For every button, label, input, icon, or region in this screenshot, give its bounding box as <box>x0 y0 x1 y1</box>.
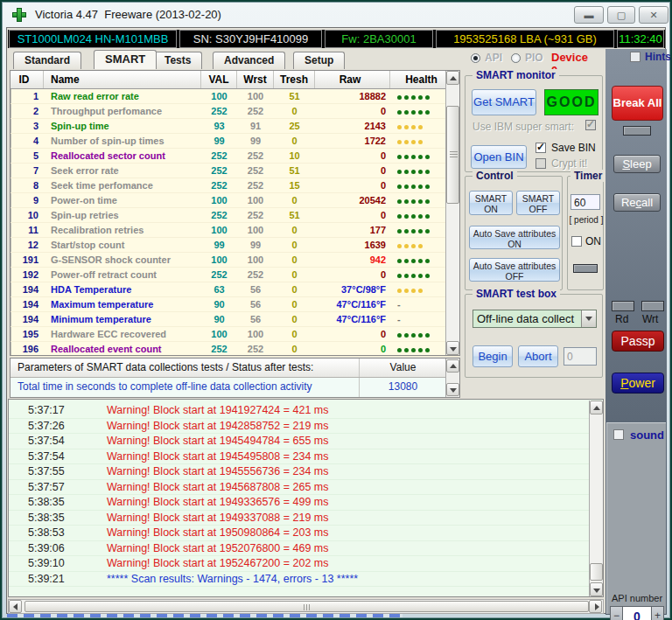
sound-checkbox[interactable] <box>613 429 624 440</box>
table-row[interactable]: 196Reallocated event count25225200 <box>10 342 459 357</box>
crypt-it-checkbox[interactable] <box>536 158 546 169</box>
open-bin-button[interactable]: Open BIN <box>471 145 527 169</box>
params-scrollbar[interactable] <box>445 359 459 397</box>
smart-off-button[interactable]: SMART OFF <box>516 191 560 215</box>
break-all-button[interactable]: Break All <box>612 86 663 121</box>
pio-radio[interactable] <box>511 53 521 63</box>
params-value: 13080 <box>359 378 446 397</box>
cell-wrst: 56 <box>237 282 274 296</box>
cell-raw: 20542 <box>315 193 390 207</box>
api-radio-label: API <box>485 52 502 64</box>
table-row[interactable]: 11Recalibration retries1001000177 <box>10 223 459 238</box>
health-dot-icon <box>418 140 423 144</box>
log-scroll-up-icon[interactable] <box>590 401 603 414</box>
scroll-right-icon[interactable] <box>589 600 602 613</box>
table-row[interactable]: 2Throughput perfomance25225200 <box>10 104 459 119</box>
table-row[interactable]: 194HDA Temperature6356037°C/98°F <box>10 282 459 297</box>
tab-setup[interactable]: Setup <box>293 52 345 69</box>
maximize-button[interactable]: ▢ <box>607 6 635 24</box>
cell-tresh: 15 <box>274 178 315 192</box>
close-button[interactable]: ✕ <box>639 6 668 24</box>
health-dot-icon <box>411 95 416 100</box>
tab-smart[interactable]: SMART <box>94 50 157 69</box>
table-row[interactable]: 194Maximum temperature9056047°C/116°F- <box>10 297 459 312</box>
table-row[interactable]: 5Reallocated sector count252252100 <box>10 149 459 164</box>
window-title: Victoria 4.47 Freeware (2013-02-20) <box>35 8 221 21</box>
params-row[interactable]: Total time in seconds to complete off-li… <box>10 378 459 397</box>
cell-raw: 0 <box>315 104 390 118</box>
log-time: 5:37:17 <box>28 403 80 419</box>
table-row[interactable]: 1Raw read error rate1001005118882 <box>10 89 459 104</box>
timer-on-checkbox[interactable] <box>571 236 582 247</box>
smart-monitor-title: SMART monitor <box>472 69 559 81</box>
begin-button[interactable]: Begin <box>472 345 513 367</box>
save-bin-checkbox[interactable] <box>536 143 546 153</box>
timer-period-input[interactable] <box>570 194 600 210</box>
scroll-down-icon[interactable] <box>446 341 459 355</box>
api-number-increment-button[interactable]: + <box>651 606 664 620</box>
cell-health <box>390 342 446 356</box>
table-row[interactable]: 9Power-on time100100020542 <box>10 193 459 208</box>
smart-on-button[interactable]: SMART ON <box>469 191 513 215</box>
table-row[interactable]: 192Power-off retract count25225200 <box>10 268 459 282</box>
table-row[interactable]: 12Start/stop count999901639 <box>10 238 459 253</box>
health-dash: - <box>397 299 401 310</box>
minimize-button[interactable]: ▬ <box>574 6 604 24</box>
recall-button[interactable]: Recall <box>613 193 661 212</box>
cell-name: Reallocated event count <box>44 342 201 356</box>
use-ibm-checkbox[interactable] <box>585 120 596 130</box>
test-counter-field[interactable] <box>564 347 597 366</box>
cell-wrst: 100 <box>237 223 274 237</box>
power-button[interactable]: Power <box>612 373 664 394</box>
table-row[interactable]: 195Hardware ECC recovered10010000 <box>10 327 459 342</box>
health-dot-icon <box>397 274 402 278</box>
cell-id: 1 <box>10 89 44 103</box>
sleep-button[interactable]: Sleep <box>613 155 661 173</box>
event-log[interactable]: 5:37:17Warning! Block start at 194192742… <box>8 399 604 597</box>
horizontal-scrollbar-thumb[interactable] <box>24 601 589 612</box>
table-row[interactable]: 7Seek error rate252252510 <box>10 164 459 178</box>
hints-checkbox[interactable] <box>630 52 640 62</box>
cell-wrst: 56 <box>237 297 274 311</box>
horizontal-scrollbar[interactable] <box>8 599 604 614</box>
table-row[interactable]: 3Spin-up time9391252143 <box>10 119 459 134</box>
health-dot-icon <box>411 170 416 174</box>
log-time: 5:37:54 <box>28 449 80 465</box>
get-smart-button[interactable]: Get SMART <box>472 89 536 115</box>
table-row[interactable]: 191G-SENSOR shock counter1001000942 <box>10 253 459 268</box>
tab-standard[interactable]: Standard <box>13 52 81 69</box>
hints-label: Hints <box>645 51 671 63</box>
scroll-left-icon[interactable] <box>9 600 22 613</box>
title-bar[interactable]: Victoria 4.47 Freeware (2013-02-20) ▬ ▢ … <box>2 2 670 27</box>
scroll-up-icon[interactable] <box>446 71 459 85</box>
health-dot-icon <box>425 185 430 189</box>
table-row[interactable]: 8Seek time perfomance252252150 <box>10 178 459 193</box>
api-number-decrement-button[interactable]: − <box>610 606 623 620</box>
abort-button[interactable]: Abort <box>518 345 558 367</box>
tab-advanced[interactable]: Advanced <box>213 52 285 69</box>
log-scroll-down-icon[interactable] <box>590 582 603 596</box>
log-scrollbar-thumb[interactable] <box>590 563 603 581</box>
autosave-off-button[interactable]: Auto Save attributes OFF <box>469 258 560 282</box>
params-scroll-down-icon[interactable] <box>446 383 459 396</box>
passp-button[interactable]: Passp <box>612 331 664 352</box>
table-row[interactable]: 194Minimum temperature9056047°C/116°F- <box>10 312 459 327</box>
health-dot-icon <box>411 348 416 352</box>
api-radio[interactable] <box>471 53 480 63</box>
cell-name: Spin-up time <box>44 119 201 133</box>
log-line: 5:37:54Warning! Block start at 194549478… <box>9 434 603 449</box>
chevron-down-icon[interactable] <box>581 310 596 327</box>
log-scrollbar[interactable] <box>589 401 603 596</box>
table-scrollbar[interactable] <box>445 71 459 355</box>
cell-id: 8 <box>10 178 44 192</box>
health-dot-icon <box>411 155 416 159</box>
params-scroll-up-icon[interactable] <box>446 359 459 373</box>
scrollbar-thumb[interactable] <box>446 106 459 204</box>
cell-tresh: 0 <box>274 342 315 356</box>
test-select[interactable]: Off-line data collect <box>472 310 597 328</box>
table-row[interactable]: 4Number of spin-up times999901722 <box>10 134 459 149</box>
table-row[interactable]: 10Spin-up retries252252510 <box>10 208 459 223</box>
health-dot-icon <box>397 110 402 115</box>
autosave-on-button[interactable]: Auto Save attributes ON <box>469 226 560 249</box>
tab-tests[interactable]: Tests <box>153 52 202 69</box>
